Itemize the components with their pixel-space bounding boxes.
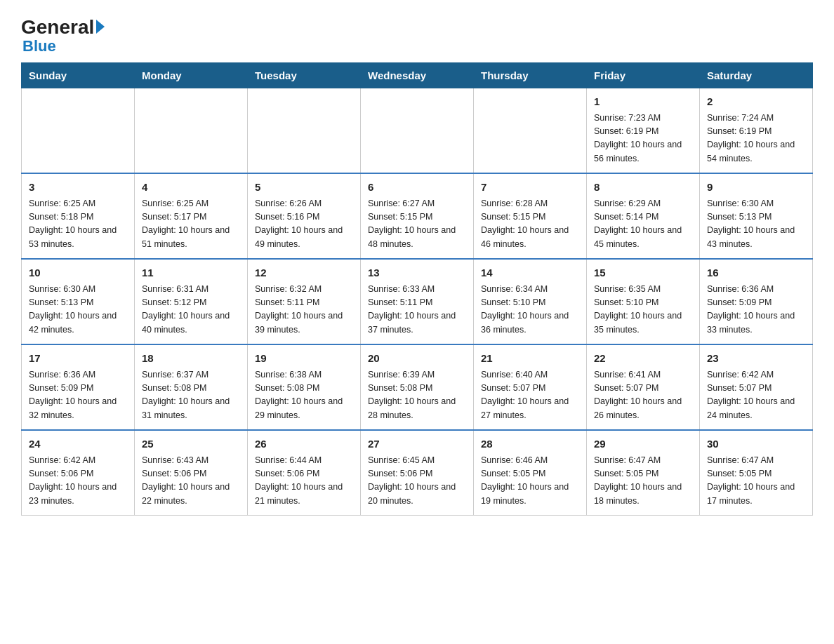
calendar-week-row: 17Sunrise: 6:36 AMSunset: 5:09 PMDayligh… (22, 344, 813, 430)
day-of-week-header: Monday (135, 63, 248, 88)
day-info: Sunrise: 6:47 AMSunset: 5:05 PMDaylight:… (707, 454, 805, 509)
day-info: Sunrise: 6:33 AMSunset: 5:11 PMDaylight:… (368, 283, 466, 337)
day-info: Sunrise: 6:39 AMSunset: 5:08 PMDaylight:… (368, 368, 466, 423)
day-number: 2 (707, 94, 805, 110)
calendar-cell: 7Sunrise: 6:28 AMSunset: 5:15 PMDaylight… (474, 173, 587, 259)
day-number: 28 (481, 436, 579, 452)
day-info: Sunrise: 6:31 AMSunset: 5:12 PMDaylight:… (142, 283, 240, 337)
day-of-week-header: Sunday (22, 63, 135, 88)
logo-blue: Blue (22, 37, 56, 55)
calendar-cell: 24Sunrise: 6:42 AMSunset: 5:06 PMDayligh… (22, 430, 135, 516)
day-info: Sunrise: 6:34 AMSunset: 5:10 PMDaylight:… (481, 283, 579, 337)
calendar-cell (361, 88, 474, 174)
logo: General Blue (21, 14, 105, 55)
day-number: 22 (594, 351, 692, 367)
logo-text: General (21, 18, 105, 37)
calendar-cell: 20Sunrise: 6:39 AMSunset: 5:08 PMDayligh… (361, 344, 474, 430)
calendar-cell: 14Sunrise: 6:34 AMSunset: 5:10 PMDayligh… (474, 259, 587, 344)
calendar-cell: 9Sunrise: 6:30 AMSunset: 5:13 PMDaylight… (700, 173, 813, 259)
calendar-cell: 19Sunrise: 6:38 AMSunset: 5:08 PMDayligh… (248, 344, 361, 430)
calendar-cell (135, 88, 248, 174)
calendar-header-row: SundayMondayTuesdayWednesdayThursdayFrid… (22, 63, 813, 88)
day-number: 27 (368, 436, 466, 452)
day-info: Sunrise: 6:36 AMSunset: 5:09 PMDaylight:… (707, 283, 805, 337)
calendar-cell: 30Sunrise: 6:47 AMSunset: 5:05 PMDayligh… (700, 430, 813, 516)
day-number: 11 (142, 265, 240, 281)
calendar-cell: 1Sunrise: 7:23 AMSunset: 6:19 PMDaylight… (587, 88, 700, 174)
day-info: Sunrise: 6:40 AMSunset: 5:07 PMDaylight:… (481, 368, 579, 423)
calendar-cell (22, 88, 135, 174)
day-number: 25 (142, 436, 240, 452)
day-number: 29 (594, 436, 692, 452)
day-info: Sunrise: 6:41 AMSunset: 5:07 PMDaylight:… (594, 368, 692, 423)
day-of-week-header: Thursday (474, 63, 587, 88)
day-number: 16 (707, 265, 805, 281)
day-info: Sunrise: 7:24 AMSunset: 6:19 PMDaylight:… (707, 112, 805, 166)
calendar-cell: 27Sunrise: 6:45 AMSunset: 5:06 PMDayligh… (361, 430, 474, 516)
day-number: 20 (368, 351, 466, 367)
day-info: Sunrise: 6:38 AMSunset: 5:08 PMDaylight:… (255, 368, 353, 423)
calendar-cell: 23Sunrise: 6:42 AMSunset: 5:07 PMDayligh… (700, 344, 813, 430)
day-info: Sunrise: 6:43 AMSunset: 5:06 PMDaylight:… (142, 454, 240, 509)
day-info: Sunrise: 6:47 AMSunset: 5:05 PMDaylight:… (594, 454, 692, 509)
day-number: 4 (142, 180, 240, 196)
calendar-cell: 4Sunrise: 6:25 AMSunset: 5:17 PMDaylight… (135, 173, 248, 259)
day-number: 18 (142, 351, 240, 367)
calendar-cell: 26Sunrise: 6:44 AMSunset: 5:06 PMDayligh… (248, 430, 361, 516)
day-number: 6 (368, 180, 466, 196)
day-info: Sunrise: 6:28 AMSunset: 5:15 PMDaylight:… (481, 197, 579, 252)
calendar-week-row: 1Sunrise: 7:23 AMSunset: 6:19 PMDaylight… (22, 88, 813, 174)
day-number: 1 (594, 94, 692, 110)
page-header: General Blue (21, 14, 813, 55)
day-info: Sunrise: 6:25 AMSunset: 5:17 PMDaylight:… (142, 197, 240, 252)
calendar-week-row: 24Sunrise: 6:42 AMSunset: 5:06 PMDayligh… (22, 430, 813, 516)
day-info: Sunrise: 6:35 AMSunset: 5:10 PMDaylight:… (594, 283, 692, 337)
calendar-cell: 22Sunrise: 6:41 AMSunset: 5:07 PMDayligh… (587, 344, 700, 430)
day-info: Sunrise: 6:25 AMSunset: 5:18 PMDaylight:… (29, 197, 127, 252)
day-number: 21 (481, 351, 579, 367)
calendar-cell: 10Sunrise: 6:30 AMSunset: 5:13 PMDayligh… (22, 259, 135, 344)
calendar-cell: 17Sunrise: 6:36 AMSunset: 5:09 PMDayligh… (22, 344, 135, 430)
day-of-week-header: Saturday (700, 63, 813, 88)
day-of-week-header: Friday (587, 63, 700, 88)
day-number: 24 (29, 436, 127, 452)
calendar-cell: 11Sunrise: 6:31 AMSunset: 5:12 PMDayligh… (135, 259, 248, 344)
calendar-cell: 2Sunrise: 7:24 AMSunset: 6:19 PMDaylight… (700, 88, 813, 174)
calendar-cell: 8Sunrise: 6:29 AMSunset: 5:14 PMDaylight… (587, 173, 700, 259)
calendar-cell: 3Sunrise: 6:25 AMSunset: 5:18 PMDaylight… (22, 173, 135, 259)
day-number: 8 (594, 180, 692, 196)
calendar-cell: 25Sunrise: 6:43 AMSunset: 5:06 PMDayligh… (135, 430, 248, 516)
day-of-week-header: Tuesday (248, 63, 361, 88)
day-info: Sunrise: 6:44 AMSunset: 5:06 PMDaylight:… (255, 454, 353, 509)
calendar-week-row: 10Sunrise: 6:30 AMSunset: 5:13 PMDayligh… (22, 259, 813, 344)
calendar-table: SundayMondayTuesdayWednesdayThursdayFrid… (21, 62, 813, 516)
day-info: Sunrise: 7:23 AMSunset: 6:19 PMDaylight:… (594, 112, 692, 166)
day-info: Sunrise: 6:37 AMSunset: 5:08 PMDaylight:… (142, 368, 240, 423)
day-info: Sunrise: 6:26 AMSunset: 5:16 PMDaylight:… (255, 197, 353, 252)
day-number: 13 (368, 265, 466, 281)
day-number: 30 (707, 436, 805, 452)
day-info: Sunrise: 6:36 AMSunset: 5:09 PMDaylight:… (29, 368, 127, 423)
day-number: 9 (707, 180, 805, 196)
day-number: 14 (481, 265, 579, 281)
day-info: Sunrise: 6:32 AMSunset: 5:11 PMDaylight:… (255, 283, 353, 337)
logo-flag-icon (96, 20, 105, 34)
day-number: 7 (481, 180, 579, 196)
calendar-cell (474, 88, 587, 174)
day-info: Sunrise: 6:30 AMSunset: 5:13 PMDaylight:… (29, 283, 127, 337)
calendar-cell: 12Sunrise: 6:32 AMSunset: 5:11 PMDayligh… (248, 259, 361, 344)
day-number: 3 (29, 180, 127, 196)
calendar-cell: 5Sunrise: 6:26 AMSunset: 5:16 PMDaylight… (248, 173, 361, 259)
calendar-cell: 18Sunrise: 6:37 AMSunset: 5:08 PMDayligh… (135, 344, 248, 430)
day-number: 15 (594, 265, 692, 281)
day-info: Sunrise: 6:45 AMSunset: 5:06 PMDaylight:… (368, 454, 466, 509)
calendar-cell: 16Sunrise: 6:36 AMSunset: 5:09 PMDayligh… (700, 259, 813, 344)
day-number: 5 (255, 180, 353, 196)
day-info: Sunrise: 6:42 AMSunset: 5:06 PMDaylight:… (29, 454, 127, 509)
day-of-week-header: Wednesday (361, 63, 474, 88)
day-number: 19 (255, 351, 353, 367)
logo-general: General (21, 18, 94, 37)
day-info: Sunrise: 6:27 AMSunset: 5:15 PMDaylight:… (368, 197, 466, 252)
calendar-cell: 28Sunrise: 6:46 AMSunset: 5:05 PMDayligh… (474, 430, 587, 516)
calendar-cell: 13Sunrise: 6:33 AMSunset: 5:11 PMDayligh… (361, 259, 474, 344)
